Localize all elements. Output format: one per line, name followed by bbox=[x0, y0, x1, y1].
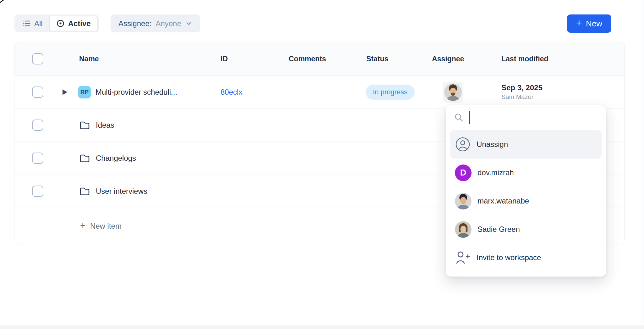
plus-icon: + bbox=[80, 221, 85, 230]
assignee-avatar bbox=[444, 83, 462, 101]
folder-name[interactable]: Ideas bbox=[96, 121, 114, 130]
new-item-button[interactable]: + New item bbox=[80, 222, 122, 231]
unassign-label: Unassign bbox=[477, 140, 508, 149]
folder-icon bbox=[79, 153, 90, 163]
app-window: All Active Assignee: Anyone + New Name I… bbox=[0, 0, 644, 329]
expand-arrow-icon[interactable] bbox=[63, 89, 67, 95]
row-checkbox[interactable] bbox=[32, 186, 43, 197]
member-label: marx.watanabe bbox=[478, 197, 529, 205]
assignee-filter-label: Assignee: bbox=[118, 19, 151, 28]
assignee-options-list: Unassign D dov.mizrah marx.watanabe bbox=[446, 130, 606, 276]
row-checkbox[interactable] bbox=[32, 153, 43, 164]
select-all-checkbox[interactable] bbox=[32, 53, 43, 64]
member-label: dov.mizrah bbox=[478, 168, 514, 177]
assignee-cell[interactable] bbox=[443, 82, 463, 103]
doc-type-badge: RP bbox=[78, 86, 91, 98]
column-header-name[interactable]: Name bbox=[79, 55, 99, 63]
chevron-down-icon bbox=[185, 20, 192, 27]
member-avatar bbox=[455, 193, 472, 209]
table-header-row: Name ID Comments Status Assignee Last mo… bbox=[14, 42, 624, 76]
new-button[interactable]: + New bbox=[567, 14, 611, 33]
list-icon bbox=[22, 19, 31, 28]
member-avatar bbox=[455, 221, 472, 238]
view-filter-segmented-control: All Active bbox=[14, 14, 99, 32]
member-option[interactable]: marx.watanabe bbox=[450, 187, 602, 215]
assignee-filter-value: Anyone bbox=[156, 19, 181, 28]
unassign-option[interactable]: Unassign bbox=[450, 130, 602, 159]
last-modified-by: Sam Mazer bbox=[501, 92, 543, 101]
filter-active-segment[interactable]: Active bbox=[49, 16, 98, 31]
right-edge-gutter bbox=[641, 0, 644, 329]
last-modified-cell: Sep 3, 2025 Sam Mazer bbox=[501, 83, 543, 101]
item-name[interactable]: Multi-provider scheduli... bbox=[96, 88, 177, 97]
plus-icon: + bbox=[576, 18, 582, 28]
user-plus-icon bbox=[455, 250, 471, 265]
column-header-id[interactable]: ID bbox=[221, 55, 228, 63]
folder-name[interactable]: User interviews bbox=[96, 187, 147, 196]
filter-all-label: All bbox=[34, 19, 43, 28]
member-label: Sadie Green bbox=[478, 225, 520, 234]
column-header-status[interactable]: Status bbox=[366, 55, 388, 63]
member-option[interactable]: D dov.mizrah bbox=[450, 159, 602, 187]
corner-artifact bbox=[0, 0, 9, 4]
member-avatar-initial: D bbox=[455, 164, 472, 181]
new-item-label: New item bbox=[90, 222, 122, 231]
column-header-comments[interactable]: Comments bbox=[289, 55, 326, 63]
bottom-edge-band bbox=[0, 326, 644, 329]
column-header-last-modified[interactable]: Last modified bbox=[501, 55, 548, 63]
filter-active-label: Active bbox=[68, 19, 91, 28]
row-checkbox[interactable] bbox=[32, 120, 43, 131]
filter-all-segment[interactable]: All bbox=[16, 16, 49, 31]
folder-name[interactable]: Changelogs bbox=[96, 154, 136, 163]
assignee-picker-popup: Unassign D dov.mizrah marx.watanabe bbox=[445, 105, 606, 277]
column-header-assignee[interactable]: Assignee bbox=[432, 55, 464, 63]
member-option[interactable]: Sadie Green bbox=[450, 215, 602, 243]
invite-option[interactable]: Invite to workspace bbox=[450, 243, 602, 272]
circle-dot-icon bbox=[56, 19, 65, 28]
item-id-link[interactable]: 80eclx bbox=[221, 88, 242, 97]
search-icon bbox=[454, 113, 463, 122]
new-button-label: New bbox=[586, 19, 602, 29]
folder-icon bbox=[79, 187, 90, 196]
invite-label: Invite to workspace bbox=[477, 253, 541, 262]
folder-icon bbox=[79, 120, 90, 130]
assignee-filter-dropdown[interactable]: Assignee: Anyone bbox=[111, 14, 200, 32]
table-row[interactable]: RP Multi-provider scheduli... 80eclx In … bbox=[14, 76, 624, 109]
row-checkbox[interactable] bbox=[32, 86, 43, 98]
status-badge[interactable]: In progress bbox=[366, 85, 415, 100]
last-modified-date: Sep 3, 2025 bbox=[501, 83, 543, 92]
assignee-search-input[interactable] bbox=[446, 105, 606, 130]
text-caret bbox=[469, 111, 470, 124]
user-circle-icon bbox=[455, 137, 471, 152]
